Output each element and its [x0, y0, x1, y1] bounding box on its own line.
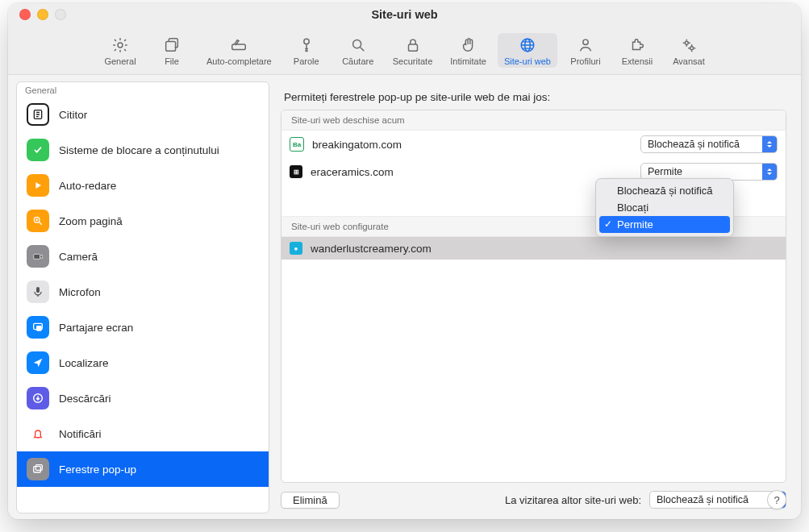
site-policy-value: Blochează și notifică — [648, 139, 740, 150]
tab-extensions[interactable]: Extensii — [614, 33, 661, 68]
footer: Elimină La vizitarea altor site-uri web:… — [281, 491, 786, 509]
sidebar-item-screen-sharing[interactable]: Partajare ecran — [17, 310, 269, 345]
microphone-icon — [27, 281, 49, 303]
gear-icon — [111, 36, 129, 54]
sidebar-item-location[interactable]: Localizare — [17, 345, 269, 380]
other-sites-label: La vizitarea altor site-uri web: — [505, 494, 641, 506]
tab-tabs[interactable]: File — [148, 33, 195, 68]
tab-label: Auto-completare — [206, 56, 272, 66]
sidebar: General CititorSisteme de blocare a conț… — [16, 81, 269, 513]
tab-label: Profiluri — [570, 56, 600, 66]
window-title: Site-uri web — [8, 8, 801, 21]
downloads-icon — [27, 387, 49, 409]
tab-passwords[interactable]: Parole — [283, 33, 330, 68]
autoplay-icon — [27, 174, 49, 197]
tab-label: Extensii — [622, 56, 653, 66]
body: General CititorSisteme de blocare a conț… — [8, 75, 801, 519]
globe-icon — [519, 36, 536, 54]
tab-security[interactable]: Securitate — [386, 33, 440, 68]
svg-point-4 — [352, 39, 361, 48]
search-icon — [349, 36, 367, 54]
site-policy-popup[interactable]: Blochează și notifică — [640, 135, 778, 153]
screen-sharing-icon — [27, 316, 49, 339]
tab-label: Site-uri web — [504, 56, 551, 66]
tab-label: General — [104, 56, 136, 66]
sidebar-item-notifications[interactable]: Notificări — [17, 416, 269, 451]
reader-icon — [27, 103, 49, 126]
tab-privacy[interactable]: Intimitate — [444, 33, 493, 68]
person-icon — [577, 36, 594, 54]
tab-advanced[interactable]: Avansat — [665, 33, 712, 68]
sidebar-item-label: Descărcări — [59, 393, 111, 405]
sidebar-item-label: Zoom pagină — [59, 215, 123, 227]
svg-rect-18 — [34, 467, 41, 472]
site-row[interactable]: Babreakingatom.comBlochează și notifică — [281, 131, 786, 158]
tab-general[interactable]: General — [97, 33, 144, 68]
sidebar-group-label: General — [17, 82, 269, 97]
site-row[interactable]: ●wanderlustcreamery.com — [281, 237, 786, 260]
tab-label: Securitate — [393, 56, 433, 66]
svg-point-8 — [583, 39, 588, 44]
tab-label: Parole — [294, 56, 319, 66]
gears-icon — [680, 36, 698, 54]
tab-search[interactable]: Căutare — [335, 33, 382, 68]
tab-label: Intimitate — [450, 56, 486, 66]
lock-icon — [404, 36, 422, 54]
svg-point-3 — [304, 39, 309, 44]
sidebar-list[interactable]: CititorSisteme de blocare a conținutului… — [17, 97, 269, 506]
tab-label: Căutare — [342, 56, 373, 66]
tab-profiles[interactable]: Profiluri — [562, 33, 609, 68]
sidebar-item-page-zoom[interactable]: Zoom pagină — [17, 203, 269, 239]
svg-rect-14 — [36, 287, 40, 293]
favicon-icon: ● — [290, 242, 302, 255]
menu-item-block-notify[interactable]: Blochează și notifică — [599, 182, 730, 199]
sidebar-item-label: Notificări — [59, 428, 102, 440]
sidebar-item-autoplay[interactable]: Auto-redare — [17, 168, 269, 203]
remove-button[interactable]: Elimină — [281, 492, 340, 509]
svg-rect-13 — [34, 254, 40, 259]
content-blockers-icon — [27, 139, 49, 161]
favicon-icon: ⊞ — [290, 165, 302, 178]
chevron-up-down-icon — [762, 164, 777, 180]
svg-rect-19 — [35, 465, 42, 471]
panel-heading: Permiteți ferestrele pop-up pe site-uril… — [284, 91, 783, 103]
sidebar-item-label: Auto-redare — [59, 180, 116, 192]
policy-dropdown-menu: Blochează și notifică Blocați Permite — [595, 178, 734, 237]
site-policy-value: Permite — [648, 166, 682, 177]
sidebar-item-label: Partajare ecran — [59, 322, 133, 334]
camera-icon — [27, 245, 49, 268]
pencil-field-icon — [230, 36, 248, 54]
other-sites-policy-value: Blochează și notifică — [657, 494, 749, 505]
tab-label: Avansat — [673, 56, 705, 66]
other-sites-policy-popup[interactable]: Blochează și notifică — [649, 491, 786, 509]
puzzle-icon — [628, 36, 646, 54]
sidebar-item-camera[interactable]: Cameră — [17, 239, 269, 274]
site-domain: wanderlustcreamery.com — [311, 243, 778, 255]
svg-rect-5 — [408, 44, 417, 51]
sidebar-item-reader[interactable]: Cititor — [17, 97, 269, 132]
sidebar-item-label: Cititor — [59, 109, 87, 121]
sidebar-item-popups[interactable]: Ferestre pop-up — [17, 451, 269, 487]
site-domain: eraceramics.com — [311, 166, 632, 178]
sidebar-item-microphone[interactable]: Microfon — [17, 274, 269, 310]
tab-websites[interactable]: Site-uri web — [498, 33, 557, 68]
hand-icon — [460, 36, 477, 54]
location-icon — [27, 351, 49, 374]
preferences-toolbar: General File Auto-completare Parole Căut… — [8, 26, 801, 75]
sidebar-item-label: Sisteme de blocare a conținutului — [59, 144, 219, 156]
websites-table: Site-uri web deschise acum Babreakingato… — [281, 110, 786, 483]
svg-point-0 — [118, 43, 123, 48]
favicon-icon: Ba — [290, 137, 304, 152]
sidebar-item-label: Microfon — [59, 286, 101, 298]
svg-point-9 — [685, 41, 688, 44]
svg-rect-2 — [232, 44, 246, 49]
notifications-icon — [27, 422, 49, 445]
tab-autofill[interactable]: Auto-completare — [200, 33, 278, 68]
menu-item-block[interactable]: Blocați — [599, 199, 730, 216]
sidebar-item-downloads[interactable]: Descărcări — [17, 380, 269, 416]
menu-item-allow[interactable]: Permite — [599, 216, 730, 233]
help-button[interactable]: ? — [767, 490, 786, 509]
section-open-header: Site-uri web deschise acum — [281, 110, 786, 131]
sidebar-item-content-blockers[interactable]: Sisteme de blocare a conținutului — [17, 132, 269, 168]
tabs-icon — [163, 36, 181, 54]
